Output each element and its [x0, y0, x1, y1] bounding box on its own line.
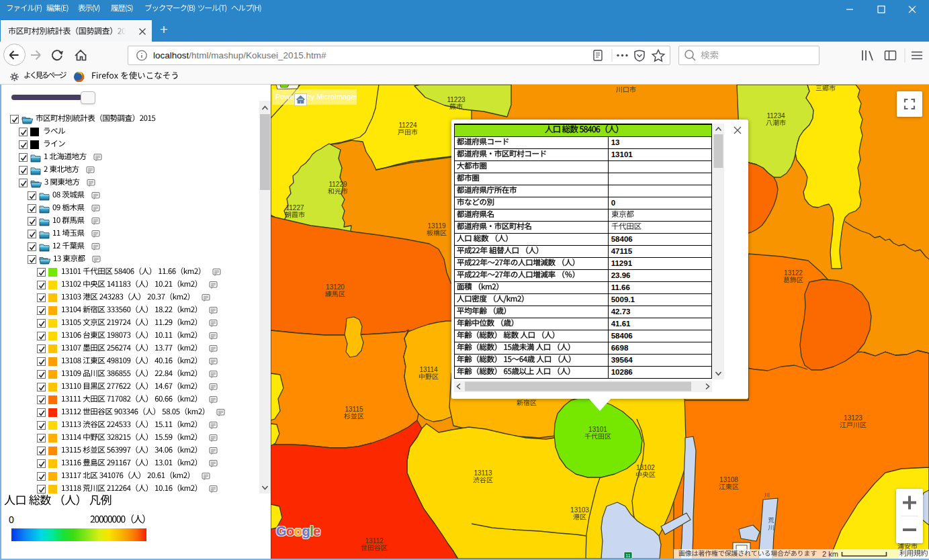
svg-text:11227: 11227 [285, 204, 304, 212]
svg-text:11224: 11224 [398, 122, 417, 129]
svg-text:11223: 11223 [447, 96, 466, 103]
svg-text:13114: 13114 [419, 366, 438, 373]
svg-text:13102: 13102 [636, 464, 655, 471]
svg-text:13119: 13119 [427, 222, 446, 230]
svg-text:13115: 13115 [345, 406, 363, 413]
svg-text:13122: 13122 [784, 269, 803, 277]
svg-text:11229: 11229 [328, 181, 347, 188]
svg-text:13108: 13108 [719, 476, 738, 483]
svg-text:13112: 13112 [365, 537, 384, 545]
svg-text:11234: 11234 [766, 112, 785, 120]
svg-text:13101: 13101 [588, 426, 607, 433]
svg-text:13103: 13103 [570, 506, 589, 514]
svg-text:localhost/html/mashup/Kokusei_: localhost/html/mashup/Kokusei_2015.htm# [153, 50, 326, 60]
svg-text:13113: 13113 [474, 469, 492, 477]
svg-text:13123: 13123 [844, 414, 862, 422]
svg-text:13120: 13120 [326, 283, 345, 291]
svg-text:11: 11 [625, 553, 630, 558]
